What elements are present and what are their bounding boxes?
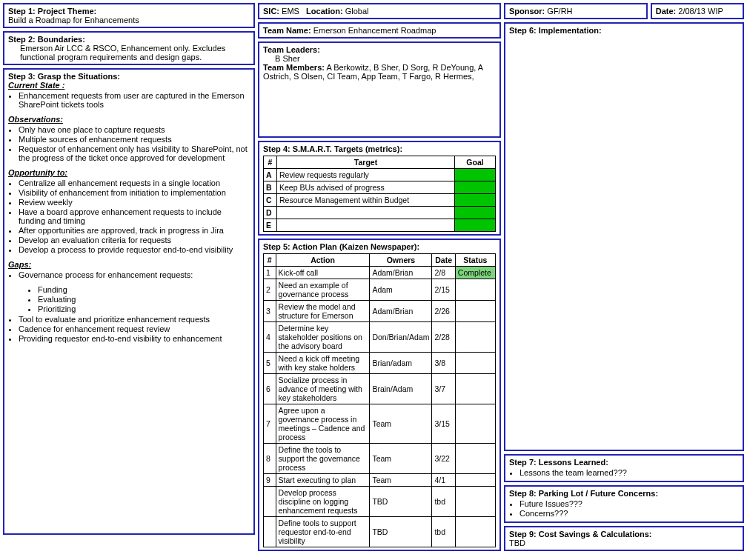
action-row-num: 9 (264, 474, 276, 487)
action-row: 1Kick-off callAdam/Brian2/8Complete (264, 267, 496, 279)
action-row-status (455, 404, 495, 444)
action-row-owners: TBD (370, 517, 432, 547)
list-item: Lessons the team learned??? (519, 468, 739, 477)
action-h-action: Action (276, 254, 370, 267)
smart-row-target: Review requests regularly (277, 169, 455, 181)
step6-title: Step 6: Implementation: (509, 26, 602, 35)
sponsor-label: Sponsor: (509, 7, 545, 16)
step4-title: Step 4: S.M.A.R.T. Targets (metrics): (263, 144, 402, 153)
location-value: Global (345, 7, 369, 16)
list-item: After opportunities are approved, track … (19, 226, 250, 235)
action-row-owners: Team (370, 474, 432, 487)
action-row: Define tools to support requestor end-to… (264, 517, 496, 547)
list-item: Develop an evaluation criteria for reque… (19, 236, 250, 244)
list-item: Cadence for enhancement request review (19, 324, 250, 333)
step5-box: Step 5: Action Plan (Kaizen Newspaper): … (258, 239, 501, 551)
a3-report: Step 1: Project Theme: Build a Roadmap f… (3, 3, 744, 551)
list-item: Tool to evaluate and prioritize enhancem… (19, 315, 250, 324)
step1-title: Step 1: Project Theme: (8, 7, 96, 16)
smart-row-goal (455, 169, 496, 181)
action-h-date: Date (432, 254, 455, 267)
gaps-rest-list: Tool to evaluate and prioritize enhancem… (8, 315, 250, 343)
step2-title: Step 2: Boundaries: (8, 35, 85, 44)
smart-h-target: Target (277, 156, 455, 169)
action-plan-table: # Action Owners Date Status 1Kick-off ca… (263, 253, 496, 547)
list-item: Future Issues??? (519, 499, 739, 508)
team-members-label: Team Members: (263, 63, 325, 72)
step3-box: Step 3: Grasp the Situations: Current St… (3, 68, 255, 535)
step7-box: Step 7: Lessons Learned: Lessons the tea… (504, 454, 744, 482)
step8-list: Future Issues???Concerns??? (509, 499, 739, 518)
observations-list: Only have one place to capture requestsM… (8, 125, 250, 162)
list-item: Providing requestor end-to-end visibilit… (19, 334, 250, 343)
action-row-action: Review the model and structure for Emers… (276, 301, 370, 322)
smart-row-target: Keep BUs advised of progress (277, 181, 455, 194)
opportunity-label: Opportunity to: (8, 168, 67, 177)
step5-title: Step 5: Action Plan (Kaizen Newspaper): (263, 242, 419, 251)
action-row-status: Complete (455, 267, 495, 279)
list-item: Evaluating (38, 295, 250, 304)
action-row-action: Socialize process in advance of meeting … (276, 374, 370, 404)
step2-body: Emerson Air LCC & RSCO, Enhancement only… (8, 44, 250, 61)
action-row: 4Determine key stakeholder positions on … (264, 322, 496, 353)
list-item: Concerns??? (519, 509, 739, 518)
action-row-num: 3 (264, 301, 276, 322)
action-row-status (455, 353, 495, 374)
action-row-date: 2/26 (432, 301, 455, 322)
action-row-date: tbd (432, 487, 455, 517)
smart-row-target (277, 207, 455, 219)
action-row-action: Define the tools to support the governan… (276, 444, 370, 474)
action-row-action: Start executing to plan (276, 474, 370, 487)
smart-row-goal (455, 194, 496, 207)
list-item: Visibility of enhancement from initiatio… (19, 188, 250, 197)
sic-value: EMS (282, 7, 299, 16)
sic-location-box: SIC: EMS Location: Global (258, 3, 501, 19)
smart-row: E (264, 219, 496, 232)
action-row-owners: Adam/Brian (370, 267, 432, 279)
opportunity-list: Centralize all enhancement requests in a… (8, 179, 250, 254)
list-item: Have a board approve enhancement request… (19, 207, 250, 225)
action-row-owners: Adam/Brian (370, 301, 432, 322)
smart-row-goal (455, 219, 496, 232)
step1-body: Build a Roadmap for Enhancements (8, 16, 139, 24)
action-row-date: 3/8 (432, 353, 455, 374)
action-row: 7Agree upon a governance process in meet… (264, 404, 496, 444)
smart-row: D (264, 207, 496, 219)
list-item: Review weekly (19, 198, 250, 207)
smart-row-target: Resource Management within Budget (277, 194, 455, 207)
action-row: 5Need a kick off meeting with key stake … (264, 353, 496, 374)
action-row: 8Define the tools to support the governa… (264, 444, 496, 474)
action-row-status (455, 487, 495, 517)
smart-row-goal (455, 207, 496, 219)
smart-row-goal (455, 181, 496, 194)
action-row-date: 3/15 (432, 404, 455, 444)
action-row-owners: Adam (370, 279, 432, 301)
team-leaders-label: Team Leaders: (263, 45, 320, 54)
action-row-action: Define tools to support requestor end-to… (276, 517, 370, 547)
step8-box: Step 8: Parking Lot / Future Concerns: F… (504, 485, 744, 523)
action-row-num: 6 (264, 374, 276, 404)
action-row-num: 8 (264, 444, 276, 474)
smart-row-id: B (264, 181, 277, 194)
action-row: 2Need an example of governance processAd… (264, 279, 496, 301)
action-row-date: 3/22 (432, 444, 455, 474)
action-row-num: 2 (264, 279, 276, 301)
gaps-top: Governance process for enhancement reque… (19, 270, 250, 279)
smart-row-id: E (264, 219, 277, 232)
action-h-owners: Owners (370, 254, 432, 267)
step9-body: TBD (509, 539, 525, 547)
step4-box: Step 4: S.M.A.R.T. Targets (metrics): # … (258, 141, 501, 236)
team-leaders-value: B Sher (263, 54, 496, 63)
date-label: Date: (656, 7, 677, 16)
team-box: Team Leaders: B Sher Team Members: A Ber… (258, 41, 501, 138)
action-row-status (455, 374, 495, 404)
action-row-status (455, 301, 495, 322)
step3-title: Step 3: Grasp the Situations: (8, 72, 120, 81)
action-row-action: Need a kick off meeting with key stake h… (276, 353, 370, 374)
current-state-label: Current State : (8, 81, 64, 90)
list-item: Prioritizing (38, 304, 250, 313)
action-row-date: 2/28 (432, 322, 455, 353)
step9-title: Step 9: Cost Savings & Calculations: (509, 530, 652, 539)
smart-h-goal: Goal (455, 156, 496, 169)
action-row-date: 2/15 (432, 279, 455, 301)
